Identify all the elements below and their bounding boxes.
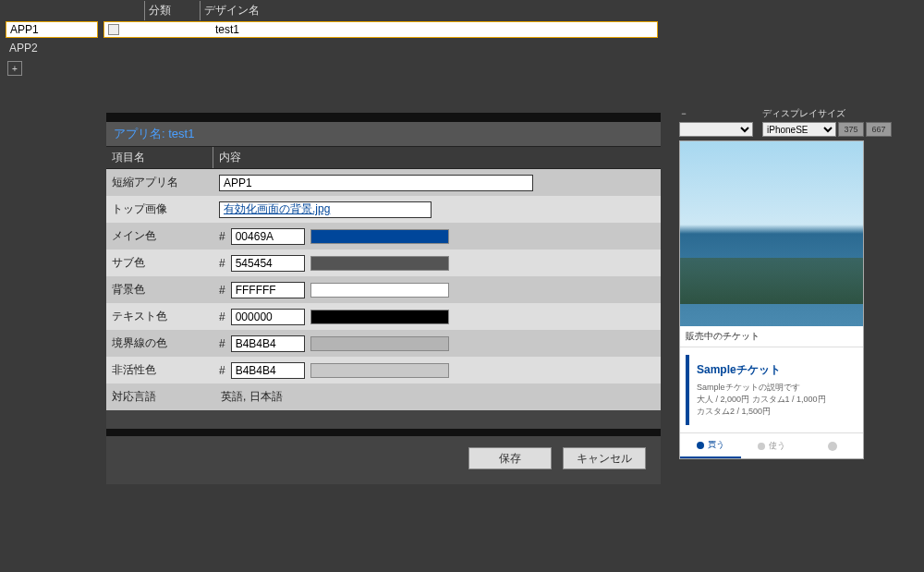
row-border-color: 境界線の色 # [106, 330, 661, 357]
preview-subheader: 販売中のチケット [680, 326, 863, 347]
label-top-image: トップ画像 [106, 199, 213, 220]
tab-profile[interactable] [802, 433, 863, 458]
card-line-2: カスタム2 / 1,500円 [697, 406, 850, 418]
person-icon [828, 442, 837, 451]
row-top-image: トップ画像 [106, 196, 661, 223]
preview-sizes-label: ディスプレイサイズ [762, 107, 892, 120]
phone-preview: 販売中のチケット Sampleチケット Sampleチケットの説明です 大人 /… [679, 140, 864, 459]
tab-buy[interactable]: 買う [680, 433, 741, 458]
tab-use[interactable]: 使う [741, 433, 802, 458]
header-category: 分類 [144, 1, 200, 20]
swatch-inactive-color [310, 363, 449, 378]
row-text-color: テキスト色 # [106, 303, 661, 330]
swatch-border-color [310, 336, 449, 351]
card-title: Sampleチケット [697, 362, 850, 378]
cancel-button[interactable]: キャンセル [563, 447, 646, 469]
width-button[interactable]: 375 [838, 122, 864, 137]
design-name-text: test1 [215, 23, 239, 36]
swatch-main-color [310, 229, 449, 244]
row-languages: 対応言語 英語, 日本語 [106, 383, 661, 410]
input-border-color[interactable] [231, 335, 305, 352]
input-text-color[interactable] [231, 309, 305, 325]
check-icon [758, 443, 765, 450]
height-button[interactable]: 667 [866, 122, 892, 137]
tabbar: 買う 使う [680, 432, 863, 458]
input-bg-color[interactable] [231, 282, 305, 298]
col-value: 内容 [213, 147, 661, 168]
row-sub-color: サブ色 # [106, 249, 661, 276]
swatch-bg-color [310, 283, 449, 298]
row-inactive-color: 非活性色 # [106, 357, 661, 383]
card-line-1: 大人 / 2,000円 カスタム1 / 1,000円 [697, 394, 850, 406]
label-main-color: メイン色 [106, 225, 213, 247]
swatch-text-color [310, 310, 449, 324]
input-short-name[interactable] [219, 175, 533, 191]
input-top-image[interactable] [219, 201, 432, 218]
ticket-icon [697, 442, 704, 449]
preview-select-1[interactable] [679, 122, 753, 137]
input-main-color[interactable] [231, 228, 305, 245]
panel-title: アプリ名: test1 [106, 122, 661, 146]
col-item-name: 項目名 [106, 147, 213, 168]
ticket-card[interactable]: Sampleチケット Sampleチケットの説明です 大人 / 2,000円 カ… [686, 355, 857, 425]
preview-spacer-label: － [679, 107, 753, 120]
checkbox-icon[interactable] [108, 24, 119, 35]
settings-panel: アプリ名: test1 項目名 内容 短縮アプリ名 トップ画像 メイン色 # サ… [106, 113, 661, 484]
input-sub-color[interactable] [231, 255, 305, 272]
hero-image [680, 141, 863, 326]
device-select[interactable]: iPhoneSE [762, 122, 836, 137]
label-inactive-color: 非活性色 [106, 359, 213, 381]
app-name-cell[interactable]: APP1 [6, 21, 98, 38]
label-short-name: 短縮アプリ名 [106, 172, 213, 193]
card-subtitle: Sampleチケットの説明です [697, 382, 850, 394]
label-text-color: テキスト色 [106, 306, 213, 327]
add-app-button[interactable]: + [7, 61, 22, 76]
input-inactive-color[interactable] [231, 362, 305, 379]
value-languages: 英語, 日本語 [219, 389, 283, 405]
row-short-name: 短縮アプリ名 [106, 169, 661, 196]
label-border-color: 境界線の色 [106, 333, 213, 354]
app-name-cell[interactable]: APP2 [6, 41, 98, 55]
header-design-name: デザイン名 [200, 1, 292, 20]
row-bg-color: 背景色 # [106, 276, 661, 303]
plus-icon: + [12, 64, 18, 74]
app-row[interactable]: APP1 test1 [0, 20, 924, 39]
save-button[interactable]: 保存 [468, 447, 552, 469]
label-sub-color: サブ色 [106, 252, 213, 274]
app-row[interactable]: APP2 [0, 39, 924, 57]
preview-pane: － ディスプレイサイズ iPhoneSE 375 667 販売中のチケット Sa… [679, 107, 892, 459]
row-main-color: メイン色 # [106, 223, 661, 249]
label-languages: 対応言語 [106, 386, 213, 408]
label-bg-color: 背景色 [106, 279, 213, 300]
design-cell[interactable]: test1 [103, 21, 658, 38]
swatch-sub-color [310, 256, 449, 271]
